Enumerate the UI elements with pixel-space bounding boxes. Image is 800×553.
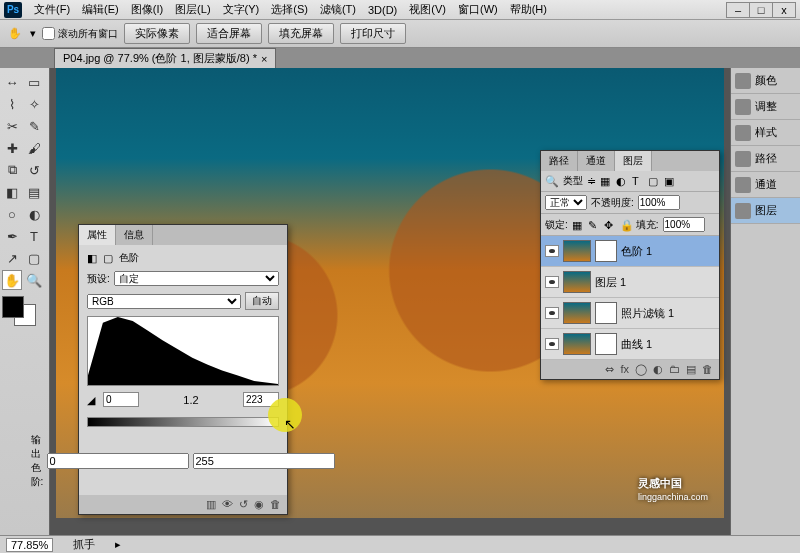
black-eyedropper-icon[interactable]: ◢ (87, 394, 99, 406)
opacity-input[interactable] (638, 195, 680, 210)
path-tool[interactable]: ↗ (2, 248, 22, 268)
lock-transparent-icon[interactable]: ▦ (572, 219, 584, 231)
menu-image[interactable]: 图像(I) (125, 0, 169, 19)
visibility-toggle[interactable] (545, 245, 559, 257)
reset-icon[interactable]: ↺ (239, 498, 248, 511)
menu-type[interactable]: 文字(Y) (217, 0, 266, 19)
filter-adjust-icon[interactable]: ◐ (616, 175, 628, 187)
filter-pixel-icon[interactable]: ▦ (600, 175, 612, 187)
brush-tool[interactable]: 🖌 (24, 138, 44, 158)
dock-paths[interactable]: 路径 (731, 146, 800, 172)
filter-shape-icon[interactable]: ▢ (648, 175, 660, 187)
input-black[interactable] (103, 392, 139, 407)
toggle-visibility-icon[interactable]: ◉ (254, 498, 264, 511)
lasso-tool[interactable]: ⌇ (2, 94, 22, 114)
layer-row[interactable]: 曲线 1 (541, 329, 719, 360)
close-tab-icon[interactable]: × (261, 53, 267, 65)
layer-name[interactable]: 色阶 1 (621, 244, 652, 259)
clip-icon[interactable]: ▥ (206, 498, 216, 511)
lock-all-icon[interactable]: 🔒 (620, 219, 632, 231)
filter-dropdown[interactable]: ≑ (587, 175, 596, 188)
print-size-button[interactable]: 打印尺寸 (340, 23, 406, 44)
visibility-toggle[interactable] (545, 338, 559, 350)
menu-layer[interactable]: 图层(L) (169, 0, 216, 19)
input-white[interactable] (243, 392, 279, 407)
blend-mode-select[interactable]: 正常 (545, 195, 587, 210)
window-maximize[interactable]: □ (749, 2, 773, 18)
tab-channels[interactable]: 通道 (578, 151, 615, 171)
dock-adjustments[interactable]: 调整 (731, 94, 800, 120)
lock-pixels-icon[interactable]: ✎ (588, 219, 600, 231)
adjustment-thumb[interactable] (563, 240, 591, 262)
adjustment-thumb[interactable] (563, 302, 591, 324)
menu-edit[interactable]: 编辑(E) (76, 0, 125, 19)
window-minimize[interactable]: – (726, 2, 750, 18)
filter-smart-icon[interactable]: ▣ (664, 175, 676, 187)
menu-filter[interactable]: 滤镜(T) (314, 0, 362, 19)
new-layer-icon[interactable]: ▤ (686, 363, 696, 376)
document-tab[interactable]: P04.jpg @ 77.9% (色阶 1, 图层蒙版/8) * × (54, 48, 276, 68)
layer-row[interactable]: 色阶 1 (541, 236, 719, 267)
scroll-all-checkbox[interactable]: 滚动所有窗口 (42, 27, 118, 41)
auto-button[interactable]: 自动 (245, 292, 279, 310)
menu-window[interactable]: 窗口(W) (452, 0, 504, 19)
eraser-tool[interactable]: ◧ (2, 182, 22, 202)
link-layers-icon[interactable]: ⇔ (605, 363, 614, 376)
visibility-toggle[interactable] (545, 307, 559, 319)
layer-name[interactable]: 照片滤镜 1 (621, 306, 674, 321)
filter-type-icon[interactable]: T (632, 175, 644, 187)
eyedropper-tool[interactable]: ✎ (24, 116, 44, 136)
new-group-icon[interactable]: 🗀 (669, 363, 680, 376)
menu-file[interactable]: 文件(F) (28, 0, 76, 19)
output-white[interactable] (193, 453, 335, 469)
type-tool[interactable]: T (24, 226, 44, 246)
mask-icon[interactable]: ▢ (103, 252, 115, 264)
crop-tool[interactable]: ✂ (2, 116, 22, 136)
scroll-all-input[interactable] (42, 27, 55, 40)
hand-tool[interactable]: ✋ (2, 270, 22, 290)
new-adjustment-icon[interactable]: ◐ (653, 363, 663, 376)
delete-adjustment-icon[interactable]: 🗑 (270, 498, 281, 511)
delete-layer-icon[interactable]: 🗑 (702, 363, 713, 376)
layer-row[interactable]: 照片滤镜 1 (541, 298, 719, 329)
tool-preset-dropdown[interactable]: ▾ (30, 27, 36, 40)
healing-tool[interactable]: ✚ (2, 138, 22, 158)
layer-name[interactable]: 图层 1 (595, 275, 626, 290)
blur-tool[interactable]: ○ (2, 204, 22, 224)
layer-mask-thumb[interactable] (595, 302, 617, 324)
tab-paths[interactable]: 路径 (541, 151, 578, 171)
menu-help[interactable]: 帮助(H) (504, 0, 553, 19)
lock-position-icon[interactable]: ✥ (604, 219, 616, 231)
filter-kind-icon[interactable]: 🔍 (545, 175, 559, 188)
dock-channels[interactable]: 通道 (731, 172, 800, 198)
add-mask-icon[interactable]: ◯ (635, 363, 647, 376)
foreground-color[interactable] (2, 296, 24, 318)
view-previous-icon[interactable]: 👁 (222, 498, 233, 511)
magic-wand-tool[interactable]: ✧ (24, 94, 44, 114)
channel-select[interactable]: RGB (87, 294, 241, 309)
properties-panel[interactable]: 属性 信息 ◧ ▢ 色阶 预设: 自定 RGB 自动 ◢ 1.2 (78, 224, 288, 515)
tab-properties[interactable]: 属性 (79, 225, 116, 245)
preset-select[interactable]: 自定 (114, 271, 279, 286)
tab-layers[interactable]: 图层 (615, 151, 652, 171)
output-black[interactable] (47, 453, 189, 469)
layer-name[interactable]: 曲线 1 (621, 337, 652, 352)
layers-panel[interactable]: 路径 通道 图层 🔍 类型 ≑ ▦ ◐ T ▢ ▣ 正常 不透明度: 锁定: ▦… (540, 150, 720, 380)
layer-row[interactable]: 图层 1 (541, 267, 719, 298)
layer-mask-thumb[interactable] (595, 333, 617, 355)
fit-screen-button[interactable]: 适合屏幕 (196, 23, 262, 44)
tab-info[interactable]: 信息 (116, 225, 153, 245)
dock-styles[interactable]: 样式 (731, 120, 800, 146)
zoom-tool[interactable]: 🔍 (24, 270, 44, 290)
history-brush-tool[interactable]: ↺ (24, 160, 44, 180)
menu-3d[interactable]: 3D(D) (362, 2, 403, 18)
zoom-level[interactable]: 77.85% (6, 538, 53, 552)
layer-fx-icon[interactable]: fx (620, 363, 629, 376)
gradient-tool[interactable]: ▤ (24, 182, 44, 202)
output-gradient[interactable] (87, 417, 279, 427)
histogram[interactable] (87, 316, 279, 386)
layer-mask-thumb[interactable] (595, 240, 617, 262)
visibility-toggle[interactable] (545, 276, 559, 288)
dock-color[interactable]: 颜色 (731, 68, 800, 94)
dodge-tool[interactable]: ◐ (24, 204, 44, 224)
